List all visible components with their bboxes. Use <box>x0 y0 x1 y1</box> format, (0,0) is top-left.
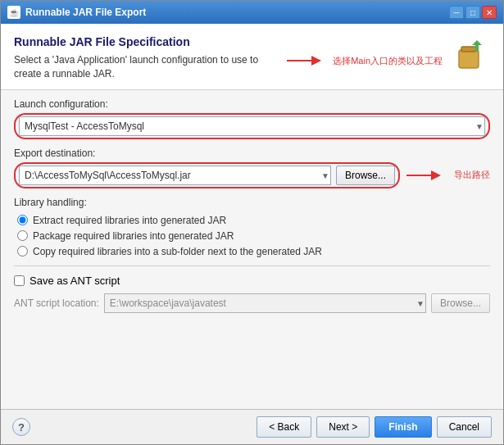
dest-annotation-wrapper: D:\AccessToMySql\AccessToMysql.jar ▼ Bro… <box>14 162 490 188</box>
library-option-package[interactable]: Package required libraries into generate… <box>17 230 490 242</box>
minimize-button[interactable]: ─ <box>449 6 464 19</box>
save-ant-checkbox[interactable] <box>14 275 25 286</box>
footer-right: < Back Next > Finish Cancel <box>257 416 492 438</box>
window-title: Runnable JAR File Export <box>25 7 146 18</box>
library-option-extract-label: Extract required libraries into generate… <box>33 215 226 226</box>
library-radio-extract[interactable] <box>17 215 28 225</box>
library-handling-label: Library handling: <box>14 197 490 208</box>
library-handling-options: Extract required libraries into generate… <box>17 215 490 257</box>
library-radio-package[interactable] <box>17 230 28 241</box>
footer-section: ? < Back Next > Finish Cancel <box>1 409 503 444</box>
dest-arrow-icon <box>405 168 446 183</box>
library-handling-group: Library handling: Extract required libra… <box>14 197 490 257</box>
library-option-package-label: Package required libraries into generate… <box>33 230 234 242</box>
export-dest-label: Export destination: <box>14 148 490 159</box>
jar-icon <box>451 35 487 71</box>
ant-location-input <box>104 293 426 313</box>
launch-config-select[interactable]: MysqlTest - AccessToMysql <box>19 116 485 136</box>
body-section: Launch configuration: MysqlTest - Access… <box>1 90 503 409</box>
svg-rect-2 <box>461 47 476 52</box>
title-bar: ☕ Runnable JAR File Export ─ □ ✕ <box>1 1 503 24</box>
cancel-button[interactable]: Cancel <box>437 416 492 438</box>
export-dest-annotation: 导出路径 <box>454 169 490 181</box>
library-option-copy-label: Copy required libraries into a sub-folde… <box>33 246 322 257</box>
save-ant-row: Save as ANT script <box>14 275 490 287</box>
header-desc-row: Select a 'Java Application' launch confi… <box>14 53 443 81</box>
main-window: ☕ Runnable JAR File Export ─ □ ✕ Runnabl… <box>0 0 504 445</box>
ant-location-label: ANT script location: <box>14 297 99 309</box>
launch-config-dropdown-wrapper: MysqlTest - AccessToMysql ▼ <box>19 116 485 136</box>
launch-config-select-wrapper: MysqlTest - AccessToMysql ▼ <box>14 113 490 139</box>
help-button[interactable]: ? <box>12 418 30 436</box>
export-dest-select[interactable]: D:\AccessToMySql\AccessToMysql.jar <box>19 166 331 185</box>
title-controls: ─ □ ✕ <box>449 6 497 19</box>
ant-input-wrapper: ▼ <box>104 293 426 313</box>
window-icon: ☕ <box>7 6 20 19</box>
title-bar-left: ☕ Runnable JAR File Export <box>7 6 146 19</box>
header-section: Runnable JAR File Specification Select a… <box>1 24 503 90</box>
export-browse-button[interactable]: Browse... <box>336 166 395 185</box>
close-button[interactable]: ✕ <box>482 6 497 19</box>
arrow-icon <box>285 53 326 68</box>
launch-config-group: Launch configuration: MysqlTest - Access… <box>14 98 490 139</box>
launch-config-label: Launch configuration: <box>14 98 490 110</box>
footer-left: ? <box>12 418 30 436</box>
save-ant-label: Save as ANT script <box>30 275 120 287</box>
jar-icon-area <box>451 35 490 75</box>
maximize-button[interactable]: □ <box>465 6 480 19</box>
export-dest-group: Export destination: D:\AccessToMySql\Acc… <box>14 148 490 188</box>
ant-browse-button[interactable]: Browse... <box>431 293 490 313</box>
divider <box>14 266 490 266</box>
library-option-copy[interactable]: Copy required libraries into a sub-folde… <box>17 246 490 257</box>
library-radio-copy[interactable] <box>17 246 28 257</box>
library-option-extract[interactable]: Extract required libraries into generate… <box>17 215 490 226</box>
next-button[interactable]: Next > <box>316 416 370 438</box>
back-button[interactable]: < Back <box>257 416 311 438</box>
ant-location-row: ANT script location: ▼ Browse... <box>14 293 490 313</box>
page-title: Runnable JAR File Specification <box>14 35 443 48</box>
header-text-area: Runnable JAR File Specification Select a… <box>14 35 443 81</box>
export-dest-dropdown-wrapper: D:\AccessToMySql\AccessToMysql.jar ▼ <box>19 166 331 185</box>
export-dest-outline: D:\AccessToMySql\AccessToMysql.jar ▼ Bro… <box>14 162 400 188</box>
header-annotation: 选择Main入口的类以及工程 <box>333 55 443 67</box>
finish-button[interactable]: Finish <box>375 416 431 438</box>
header-description: Select a 'Java Application' launch confi… <box>14 53 280 81</box>
svg-rect-1 <box>459 50 479 68</box>
